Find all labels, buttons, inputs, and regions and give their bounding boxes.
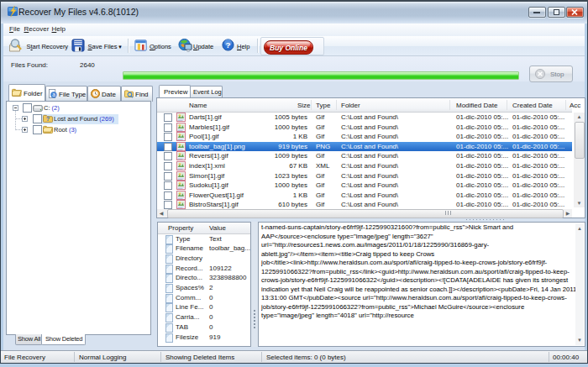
svg-text:a: a — [52, 92, 55, 97]
svg-text:?: ? — [226, 40, 231, 50]
svg-text:?: ? — [46, 115, 50, 123]
